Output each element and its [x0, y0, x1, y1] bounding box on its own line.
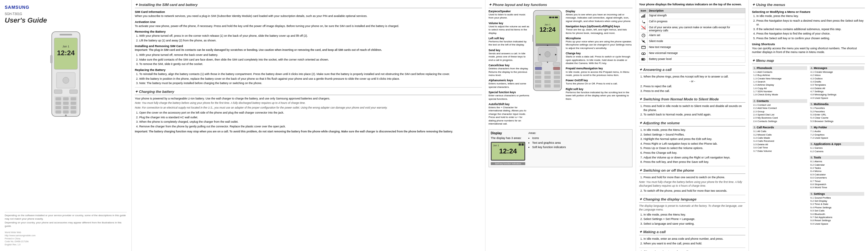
- phone-center-diagram: 12:24 Jan 1 ▲ ▼ ◀ ▶: [532, 10, 563, 127]
- svg-text:Jan 1: Jan 1: [545, 23, 551, 26]
- change-key-label: Change key Starts or ends a data call. P…: [566, 52, 632, 65]
- table-row: Out of your service area; you cannot mak…: [640, 25, 745, 33]
- svg-rect-14: [63, 102, 69, 105]
- menu-item: 7.3 Used Space: [810, 136, 864, 139]
- ringtone-title: ✦ Changing ringtone for calls: [639, 250, 745, 251]
- earpiece-label: Earpiece/Speaker Used to listen to audio…: [489, 10, 529, 20]
- menu-phonebook-title: 1. Phonebook: [753, 66, 807, 70]
- menu-item: 5.4 Clear Cache: [810, 116, 864, 120]
- contacts-items: 2.1 Contact List 2.2 Add New Contact 2.3…: [753, 103, 807, 123]
- shortcuts-text: You can quickly access the menu you want…: [752, 46, 865, 54]
- settings-items: 9.1 Sound Profiles 9.2 Set Display 9.3 T…: [810, 196, 864, 226]
- svg-point-71: [644, 53, 645, 55]
- menu-item: 9.3 Time & Date: [810, 203, 864, 206]
- svg-text:12:24: 12:24: [57, 49, 74, 57]
- removing-battery-heading: Removing the Battery: [135, 30, 482, 33]
- menu-item: 8.5 Calculator: [810, 173, 864, 176]
- footer-printed: Printed in China: [5, 237, 127, 240]
- menu-multimedia: 5. Multimedia 5.1 Favorites 5.2 Favorite…: [809, 102, 865, 124]
- lang-step-3: Select a language and save your setting.: [644, 222, 745, 226]
- call-records-items: 3.1 All Calls 3.2 Missed Calls 3.3 Calls…: [753, 130, 807, 153]
- svg-rect-39: [553, 62, 560, 66]
- vol-step-7: Adjust the Volume up or down using the R…: [644, 156, 745, 160]
- menu-item: 2.4 Speed Dial List: [753, 113, 807, 116]
- alpha-keys-label: Alphanumeric keys Enters numbers, letter…: [489, 79, 529, 89]
- charge-step-3: When the phone is completely charged, un…: [139, 120, 482, 124]
- menu-my-folder-title: 7. My Folder: [810, 125, 864, 129]
- menu-item: 9.1 Sound Profiles: [810, 196, 864, 199]
- divider-8: [639, 248, 745, 248]
- phone-layout-diagram: Earpiece/Speaker Used to listen to audio…: [489, 10, 632, 127]
- svg-rect-16: [56, 106, 61, 109]
- table-row: Battery power level: [640, 57, 745, 62]
- menu-item: 5.3 Enter URL: [810, 113, 864, 116]
- new-text-desc: New text message: [648, 44, 745, 51]
- power-title: ✦ Switching on or off the phone: [639, 168, 745, 174]
- power-key-label: Power On/Off key Turns the phone On or O…: [566, 79, 632, 85]
- menu-item: 9.8 Reset Settings: [810, 219, 864, 222]
- menu-item: 7.1 Audio: [810, 130, 864, 133]
- svg-rect-48: [535, 80, 541, 83]
- svg-rect-28: [549, 17, 552, 18]
- status-intro: Your phone displays the following status…: [639, 2, 745, 7]
- svg-rect-13: [56, 102, 61, 105]
- status-indicators-block: Your phone displays the following status…: [639, 2, 745, 63]
- activation-text: To activate your new phone, power-off th…: [135, 24, 482, 28]
- divider-6: [639, 195, 745, 195]
- voicemail-icon: [640, 51, 648, 57]
- vol-step-4: Press Right or Left navigation keys to s…: [644, 142, 745, 146]
- volume-steps: In Idle mode, press the Menu key. Select…: [639, 128, 745, 164]
- vol-step-2: Select Settings > Sound Profiles.: [644, 133, 745, 137]
- menu-item: 2.3 Group: [753, 110, 807, 113]
- select-step-3: If the selected menu contains additional…: [756, 27, 865, 31]
- section-menus: ✦ Using the menus Selecting or Modifying…: [749, 0, 868, 251]
- menu-map-grid: 1. Phonebook 1.1 Add Contacts 1.2 Buy Ai…: [752, 66, 865, 226]
- charging-note2: Note: For connection to an electrical su…: [135, 106, 482, 110]
- phone-layout-icon: ✦: [489, 3, 493, 7]
- menu-item: 5.5 Browser Settings: [810, 120, 864, 123]
- svg-rect-44: [554, 71, 560, 74]
- call-step-2: When you want to end the call, press and…: [644, 242, 745, 246]
- svg-rect-42: [535, 71, 541, 74]
- removing-step-1: With your phone turned off, press in on …: [139, 34, 482, 38]
- lang-step-2: Select Settings > Set Phone > Language.: [644, 217, 745, 221]
- installing-removing-steps: With your phone turned off, remove the b…: [135, 53, 482, 66]
- svg-text:12:24: 12:24: [539, 26, 556, 33]
- menu-item: 5.2 Favorites: [810, 110, 864, 113]
- svg-rect-29: [552, 17, 554, 18]
- svg-rect-54: [532, 35, 534, 42]
- menu-item: 9.9 Used Space: [810, 222, 864, 226]
- phone-diagram-svg: 12:24 Jan 1: [45, 30, 86, 118]
- footer-language: English Rev. 1.0: [5, 243, 127, 246]
- menu-item: 7.2 Graphics: [810, 133, 864, 136]
- menu-item: 8.9 World Time: [810, 186, 864, 189]
- soft-key-indicator: Soft key function indicators: [491, 162, 525, 165]
- menu-item: 8.3 Tasks: [810, 166, 864, 170]
- battery-desc: Battery power level: [648, 57, 745, 62]
- display-text: The display has 3 areas:: [491, 136, 525, 140]
- new-text-icon: [640, 44, 648, 51]
- silent-mode-icon: ✦: [639, 97, 643, 101]
- power-step-2: To switch off the phone, press and hold …: [644, 189, 745, 193]
- menu-messages-title: 4. Messages: [810, 66, 864, 70]
- silent-step-2: To switch back to Normal mode, press and…: [644, 113, 745, 117]
- svg-rect-49: [545, 80, 551, 83]
- menu-item: 6.1 Games: [810, 147, 864, 150]
- using-menus-title: ✦ Using the menus: [752, 2, 865, 8]
- cancel-key-label: Cancel/clear key Deletes characters from…: [489, 64, 529, 77]
- svg-line-67: [642, 40, 645, 43]
- install-step-1: With your phone turned off, remove the b…: [139, 53, 482, 57]
- silent-desc: Silent mode: [648, 39, 745, 44]
- sections-container: ✦ Installing the SIM card and battery SI…: [132, 0, 868, 251]
- menu-item: 1.5 Airtime Display: [753, 84, 807, 87]
- left-phone-labels: Earpiece/Speaker Used to listen to audio…: [489, 10, 529, 127]
- charge-step-4: Remove the charger from the phone by gen…: [139, 125, 482, 129]
- power-icon: ✦: [639, 168, 643, 172]
- using-menus-icon: ✦: [752, 3, 756, 7]
- sim-card-info-heading: SIM Card Information: [135, 10, 482, 13]
- installing-sim-title: ✦ Installing the SIM card and battery: [135, 2, 482, 8]
- svg-rect-59: [641, 28, 642, 30]
- area-1: Icons: [532, 136, 566, 140]
- menu-item: 4.4 Drafts: [810, 80, 864, 84]
- menu-map-title: ✦ Menu map: [752, 58, 865, 64]
